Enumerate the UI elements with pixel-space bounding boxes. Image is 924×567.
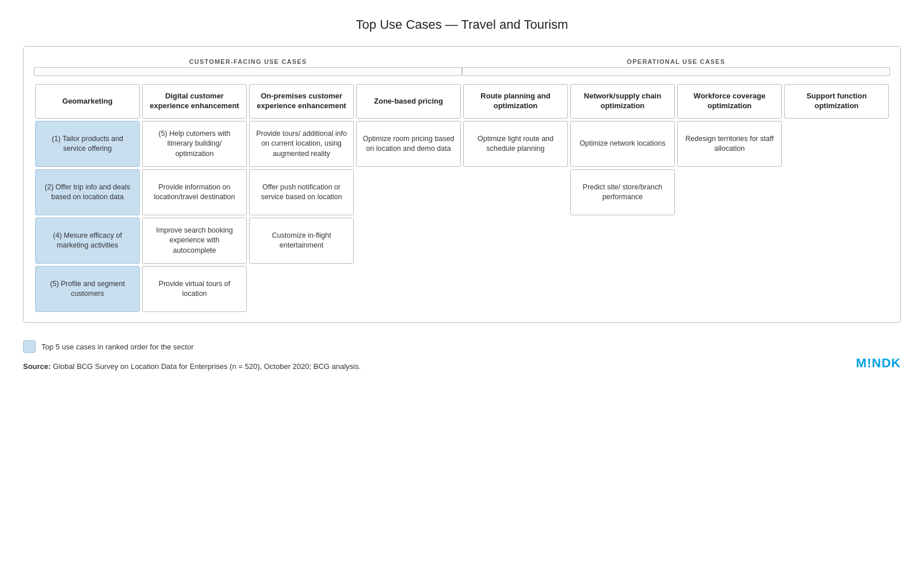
mindk-logo: M!NDK [856,356,901,371]
data-cell-r0-c1: (5) Help cutomers with itinerary buildin… [142,121,247,167]
data-cell-r1-c5: Predict site/ store/branch performance [570,169,675,215]
data-cell-r1-c0: (2) Offer trip info and deals based on l… [35,169,140,215]
source-text: Global BCG Survey on Location Data for E… [53,362,361,371]
data-cell-r0-c2: Provide tours/ additional info on curren… [249,121,354,167]
col-header-2: On-premises customer experience enhancem… [249,84,354,119]
category-labels: CUSTOMER-FACING USE CASES OPERATIONAL US… [34,58,890,68]
data-cell-r1-c1: Provide information on location/travel d… [142,169,247,215]
data-col-6: Redesign territories for staff allocatio… [677,121,782,312]
data-cell-r2-c0: (4) Mesure efficacy of marketing activit… [35,218,140,264]
data-col-7 [784,121,889,312]
legend-text: Top 5 use cases in ranked order for the … [41,343,193,351]
bracket-customer-line [34,68,462,76]
bracket-customer [34,68,462,78]
col-header-4: Route planning and optimization [463,84,568,119]
bracket-operational [462,68,890,78]
col-header-7: Support function optimization [784,84,889,119]
data-cell-r1-c2: Offer push notification or service based… [249,169,354,215]
main-container: CUSTOMER-FACING USE CASES OPERATIONAL US… [23,46,901,323]
data-cell-r2-c2: Customize in-flight entertainment [249,218,354,264]
col-header-3: Zone-based pricing [356,84,461,119]
col-header-0: Geomarketing [35,84,140,119]
source-row: Source: Global BCG Survey on Location Da… [23,362,361,371]
source-label: Source: [23,362,51,371]
legend-box [23,340,36,353]
bracket-row [34,68,890,78]
legend-row: Top 5 use cases in ranked order for the … [23,340,361,353]
data-col-5: Optimize network locationsPredict site/ … [570,121,675,312]
data-col-1: (5) Help cutomers with itinerary buildin… [142,121,247,312]
data-col-2: Provide tours/ additional info on curren… [249,121,354,312]
col-header-5: Network/supply chain optimization [570,84,675,119]
data-col-3: Optimize room pricing based on location … [356,121,461,312]
data-cell-r0-c6: Redesign territories for staff allocatio… [677,121,782,167]
data-cell-r0-c4: Optimize light route and schedule planni… [463,121,568,167]
bracket-operational-line [462,68,890,76]
column-headers: GeomarketingDigital customer experience … [34,84,890,119]
data-cell-r2-c1: Improve search booking experience with a… [142,218,247,264]
page-title: Top Use Cases — Travel and Tourism [356,17,568,32]
data-col-4: Optimize light route and schedule planni… [463,121,568,312]
data-cell-r0-c3: Optimize room pricing based on location … [356,121,461,167]
footer-row: Top 5 use cases in ranked order for the … [23,328,901,371]
data-cell-r3-c0: (5) Profile and segment customers [35,266,140,312]
data-grid: (1) Tailor products and service offering… [34,121,890,312]
footer-left: Top 5 use cases in ranked order for the … [23,328,361,371]
col-header-6: Workforce coverage optimization [677,84,782,119]
data-cell-r0-c0: (1) Tailor products and service offering [35,121,140,167]
data-col-0: (1) Tailor products and service offering… [35,121,140,312]
category-customer: CUSTOMER-FACING USE CASES [34,58,462,68]
data-cell-r0-c5: Optimize network locations [570,121,675,167]
category-operational: OPERATIONAL USE CASES [462,58,890,68]
col-header-1: Digital customer experience enhancement [142,84,247,119]
data-cell-r3-c1: Provide virtual tours of location [142,266,247,312]
